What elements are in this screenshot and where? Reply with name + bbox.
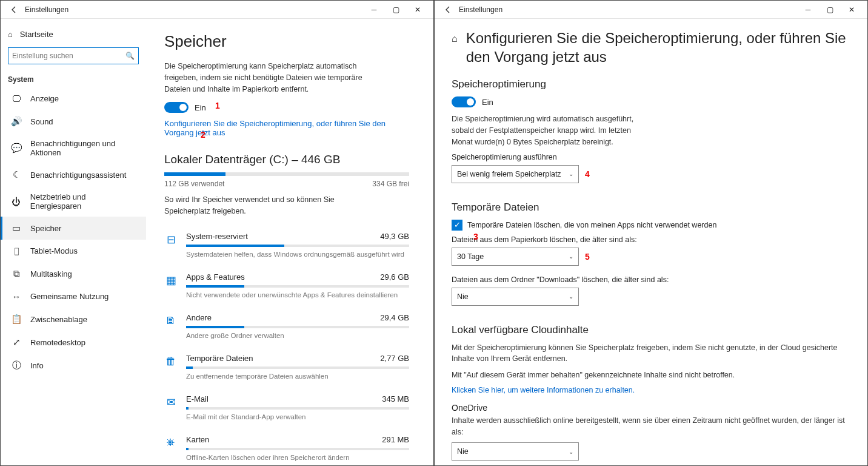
cloud-desc-1: Mit der Speicheroptimierung können Sie S… [452,342,850,365]
minimize-button[interactable]: ─ [797,1,819,18]
sidebar-item-multi[interactable]: ⧉Multitasking [1,262,146,285]
storage-sense-toggle[interactable] [164,102,189,113]
maximize-button[interactable]: ▢ [819,1,841,18]
sidebar-item-storage[interactable]: ▭Speicher [1,217,146,240]
sidebar-item-clipboard[interactable]: 📋Zwischenablage [1,308,146,331]
configure-storage-sense-link[interactable]: Konfigurieren Sie die Speicheroptimierun… [164,119,386,137]
category-sub: Nicht verwendete oder unerwünschte Apps … [186,291,409,299]
section-cloud: Lokal verfügbare Cloudinhalte [452,324,850,336]
home-link[interactable]: ⌂ Startseite [1,25,146,44]
storage-sense-desc: Die Speicheroptimierung wird automatisch… [452,113,646,147]
search-box[interactable]: 🔍 [8,47,139,64]
home-icon: ⌂ [8,30,13,39]
recycle-bin-label: Dateien aus dem Papierkorb löschen, die … [452,235,850,244]
category-bar [186,245,409,247]
content-area: Speicher Die Speicheroptimierung kann Sp… [146,19,433,465]
clipboard-icon: 📋 [11,314,22,325]
category-name: Temporäre Dateien [186,354,253,363]
annotation-5: 5 [585,252,590,262]
sidebar-item-remote[interactable]: ⤢Remotedesktop [1,331,146,354]
usage-hint: So wird Ihr Speicher verwendet und so kö… [164,194,358,217]
sidebar-item-notify[interactable]: 💬Benachrichtigungen und Aktionen [1,133,146,163]
settings-window-storage: Einstellungen ─ ▢ ✕ ⌂ Startseite 🔍 Syste… [0,0,434,466]
storage-category[interactable]: ▦Apps & Features29,6 GBNicht verwendete … [164,265,409,306]
maximize-button[interactable]: ▢ [385,1,407,18]
storage-category[interactable]: ⊟System-reserviert49,3 GBSystemdateien h… [164,225,409,265]
run-frequency-combo[interactable]: Bei wenig freiem Speicherplatz ⌄ [452,165,579,183]
chevron-down-icon: ⌄ [569,293,573,300]
sidebar-item-focus[interactable]: ☾Benachrichtigungsassistent [1,163,146,186]
category-name: E-Mail [186,394,209,404]
sidebar-item-info[interactable]: ⓘInfo [1,354,146,377]
category-icon: ⊟ [164,232,178,246]
category-icon: 🗑 [164,354,178,368]
sidebar-item-label: Tablet-Modus [30,246,78,255]
onedrive-combo[interactable]: Nie ⌄ [452,442,579,461]
sidebar-item-label: Benachrichtigungen und Aktionen [30,139,138,157]
settings-window-configure: Einstellungen ─ ▢ ✕ ⌂ Konfigurieren Sie … [434,0,868,466]
page-description: Die Speicheroptimierung kann Speicherpla… [164,61,370,95]
category-size: 2,77 GB [380,354,409,363]
onedrive-desc: Inhalte werden ausschließlich online ber… [452,415,850,438]
sidebar-item-tablet[interactable]: ⌷Tablet-Modus [1,240,146,262]
sidebar-item-label: Anzeige [30,94,59,103]
downloads-combo[interactable]: Nie ⌄ [452,288,579,306]
sidebar: ⌂ Startseite 🔍 System 🖵Anzeige🔊Sound💬Ben… [1,19,146,465]
annotation-4: 4 [585,169,590,179]
titlebar: Einstellungen ─ ▢ ✕ [435,1,867,19]
recycle-bin-combo[interactable]: 30 Tage ⌄ [452,248,579,266]
page-title: Konfigurieren Sie die Speicheroptimierun… [466,29,850,66]
category-name: Apps & Features [186,272,245,282]
minimize-button[interactable]: ─ [363,1,385,18]
chevron-down-icon: ⌄ [569,171,573,177]
sidebar-item-label: Sound [30,117,53,126]
storage-category[interactable]: ⛯Karten291 MBOffline-Karten löschen oder… [164,428,409,465]
search-icon: 🔍 [125,52,135,60]
storage-category[interactable]: 🗑Temporäre Dateien2,77 GBZu entfernende … [164,346,409,387]
sidebar-item-label: Zwischenablage [30,315,87,324]
sidebar-item-display[interactable]: 🖵Anzeige [1,87,146,110]
category-icon: 🗎 [164,313,178,327]
back-button[interactable] [5,1,22,18]
sidebar-item-power[interactable]: ⏻Netzbetrieb und Energiesparen [1,186,146,217]
back-button[interactable] [439,1,456,18]
multi-icon: ⧉ [11,268,22,279]
category-bar [186,366,409,369]
category-icon: ▦ [164,272,178,287]
category-size: 345 MB [382,394,409,404]
category-sub: Systemdateien helfen, dass Windows ordnu… [186,251,409,258]
disk-heading: Lokaler Datenträger (C:) – 446 GB [164,153,409,166]
toggle-label: Ein [482,98,493,107]
onedrive-heading: OneDrive [452,403,850,413]
annotation-1: 1 [215,101,220,110]
power-icon: ⏻ [11,197,22,207]
storage-icon: ▭ [11,223,22,234]
share-icon: ↔ [11,291,22,302]
cloud-more-info-link[interactable]: Klicken Sie hier, um weitere Information… [452,386,850,394]
storage-sense-toggle[interactable] [452,96,476,107]
sidebar-item-label: Netzbetrieb und Energiesparen [30,192,138,211]
content-area: ⌂ Konfigurieren Sie die Speicheroptimier… [435,19,867,465]
close-button[interactable]: ✕ [407,1,429,18]
sidebar-item-share[interactable]: ↔Gemeinsame Nutzung [1,285,146,308]
home-icon[interactable]: ⌂ [452,29,458,44]
downloads-label: Dateien aus dem Ordner "Downloads" lösch… [452,275,850,284]
category-name: System-reserviert [186,232,248,241]
display-icon: 🖵 [11,93,22,104]
category-size: 29,6 GB [380,272,409,282]
window-title: Einstellungen [459,5,502,14]
close-button[interactable]: ✕ [841,1,863,18]
category-sub: Andere große Ordner verwalten [186,332,409,339]
titlebar: Einstellungen ─ ▢ ✕ [1,1,433,19]
category-bar [186,326,409,328]
sidebar-item-sound[interactable]: 🔊Sound [1,110,146,133]
storage-category[interactable]: ✉E-Mail345 MBE-Mail mit der Standard-App… [164,387,409,428]
category-icon: ⛯ [164,435,178,449]
search-input[interactable] [12,52,125,60]
category-bar [186,285,409,288]
toggle-label: Ein [195,103,206,112]
storage-category[interactable]: 🗎Andere29,4 GBAndere große Ordner verwal… [164,306,409,346]
category-icon: ✉ [164,394,178,409]
delete-temp-label: Temporäre Dateien löschen, die von meine… [467,221,716,229]
delete-temp-checkbox[interactable]: ✓ [452,220,462,231]
